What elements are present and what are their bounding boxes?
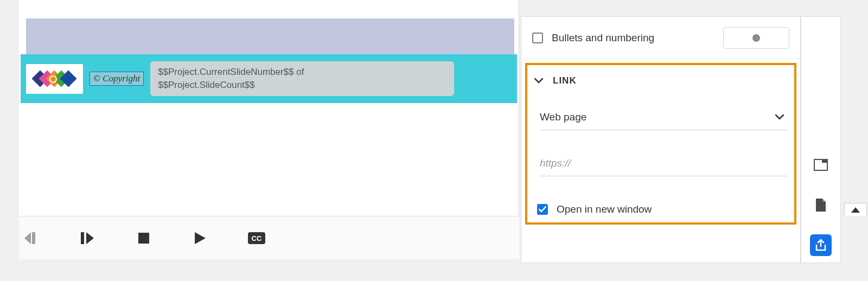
checkmark-icon <box>539 206 546 213</box>
stop-icon <box>138 233 149 244</box>
open-new-window-label: Open in new window <box>557 203 652 215</box>
link-url-input[interactable]: https:// <box>540 157 787 176</box>
bullets-numbering-row: Bullets and numbering <box>521 17 800 59</box>
caret-up-icon <box>851 207 860 213</box>
play-pause-button[interactable] <box>78 228 97 248</box>
svg-rect-6 <box>822 159 827 163</box>
highlight-box <box>525 63 796 225</box>
bullet-dot-icon <box>752 34 760 42</box>
panel-window-button[interactable] <box>810 154 832 176</box>
bullets-checkbox[interactable] <box>532 33 543 43</box>
play-pause-icon <box>81 232 94 244</box>
slide-counter-line2: $$Project.SlideCount$$ <box>158 79 446 92</box>
link-type-select[interactable]: Web page <box>540 111 787 130</box>
svg-rect-2 <box>138 233 149 244</box>
link-section: LINK Web page https:// Open in new windo… <box>521 59 800 228</box>
stop-button[interactable] <box>134 228 154 248</box>
play-button[interactable] <box>190 228 210 248</box>
document-icon <box>815 198 826 212</box>
closed-captions-button[interactable]: CC <box>247 228 266 248</box>
slide-canvas: © Copyright $$Project.CurrentSlideNumber… <box>19 0 519 216</box>
chevron-down-icon <box>775 114 784 120</box>
svg-text:CC: CC <box>252 234 262 242</box>
svg-rect-0 <box>32 232 35 244</box>
bullets-label: Bullets and numbering <box>552 32 714 44</box>
link-type-value: Web page <box>540 111 586 123</box>
playbar: CC <box>19 216 519 259</box>
share-icon <box>815 239 827 251</box>
bullet-style-button[interactable] <box>723 27 789 49</box>
rewind-button[interactable] <box>21 228 41 248</box>
properties-panel: Bullets and numbering LINK Web page http… <box>521 16 801 263</box>
svg-rect-1 <box>81 232 84 244</box>
expand-panel-toggle[interactable] <box>844 203 867 216</box>
chevron-down-icon <box>534 78 543 84</box>
open-new-window-checkbox[interactable] <box>537 204 548 215</box>
closed-captions-icon: CC <box>248 232 265 244</box>
logo-icon <box>33 69 76 88</box>
window-icon <box>814 159 828 171</box>
document-button[interactable] <box>810 194 832 216</box>
slide-counter-text[interactable]: $$Project.CurrentSlideNumber$$ of $$Proj… <box>150 61 454 96</box>
link-section-header[interactable]: LINK <box>534 75 787 86</box>
slide-footer-bar[interactable]: © Copyright $$Project.CurrentSlideNumber… <box>21 54 517 103</box>
link-section-title: LINK <box>553 75 577 86</box>
open-new-window-row: Open in new window <box>534 203 787 215</box>
logo-box <box>26 64 83 94</box>
copyright-text[interactable]: © Copyright <box>90 72 144 86</box>
rewind-icon <box>24 232 37 244</box>
play-icon <box>195 232 206 244</box>
right-rail <box>801 16 841 263</box>
slide-counter-line1: $$Project.CurrentSlideNumber$$ of <box>158 66 446 79</box>
share-button[interactable] <box>810 234 832 256</box>
